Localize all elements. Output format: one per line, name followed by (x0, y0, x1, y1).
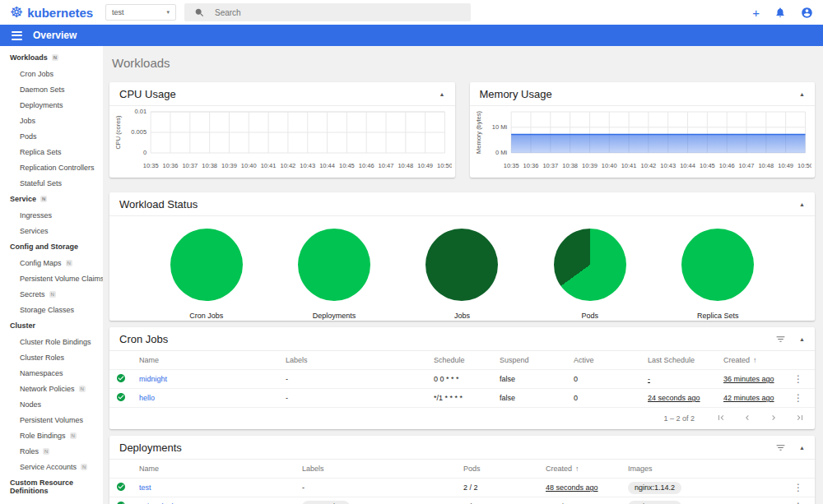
column-header-active[interactable]: Active (574, 356, 648, 364)
relative-time-link[interactable]: 48 seconds ago (546, 483, 628, 492)
namespaced-indicator-icon: N (70, 432, 77, 439)
resource-link[interactable]: hello (139, 394, 286, 402)
namespace-value: test (112, 8, 124, 16)
user-profile-button[interactable] (801, 7, 813, 19)
sidebar-item-pods[interactable]: Pods (0, 128, 103, 144)
sidebar-item-namespaces[interactable]: Namespaces (0, 365, 103, 381)
filter-button[interactable] (775, 334, 786, 344)
namespaced-indicator-icon: N (40, 196, 47, 202)
column-header-labels[interactable]: Labels (286, 356, 434, 364)
column-header-name[interactable]: Name (139, 356, 286, 364)
previous-page-button[interactable] (742, 413, 752, 424)
filter-button[interactable] (775, 442, 786, 453)
sidebar-item-workloads[interactable]: WorkloadsN (0, 49, 103, 66)
sidebar-item-config-and-storage[interactable]: Config and Storage (0, 238, 103, 255)
y-tick-label: 10 Mi (491, 123, 507, 131)
sidebar-item-services[interactable]: Services (0, 223, 103, 238)
y-axis-label: Memory (bytes) (475, 111, 482, 154)
sidebar-item-ingresses[interactable]: Ingresses (0, 207, 103, 223)
resource-link[interactable]: midnight (139, 375, 286, 383)
sidebar-item-cluster-roles[interactable]: Cluster Roles (0, 349, 103, 365)
sidebar-item-role-bindings[interactable]: Role BindingsN (0, 428, 103, 443)
x-tick-label: 10:44 (319, 162, 335, 169)
kubernetes-dashboard: ☸ kubernetes test ▾ + Overview Workloads… (0, 0, 823, 504)
collapse-cpu-card-button[interactable]: ▲ (439, 91, 445, 97)
table-cell: - (286, 375, 434, 383)
y-tick-label: 0 Mi (495, 150, 507, 157)
menu-toggle-button[interactable] (12, 31, 22, 40)
column-header-pods[interactable]: Pods (463, 465, 546, 473)
sidebar-item-stateful-sets[interactable]: Stateful Sets (0, 175, 103, 191)
row-actions-button[interactable]: ⋮ (790, 482, 807, 493)
x-tick-label: 10:35 (503, 162, 518, 169)
kubernetes-logo[interactable]: ☸ kubernetes (10, 5, 100, 20)
collapse-cron-jobs-button[interactable]: ▲ (799, 336, 805, 342)
pie-label: Jobs (454, 312, 470, 320)
sidebar-item-replica-sets[interactable]: Replica Sets (0, 144, 103, 160)
sidebar-item-persistent-volumes[interactable]: Persistent Volumes (0, 412, 103, 428)
namespace-selector[interactable]: test ▾ (105, 4, 176, 21)
x-tick-label: 10:40 (241, 162, 257, 169)
sidebar-item-persistent-volume-claims[interactable]: Persistent Volume ClaimsN (0, 270, 103, 286)
column-header-suspend[interactable]: Suspend (500, 356, 574, 364)
sidebar-item-network-policies[interactable]: Network PoliciesN (0, 381, 103, 396)
page-toolbar-title: Overview (33, 30, 77, 41)
sidebar-item-replication-controllers[interactable]: Replication Controllers (0, 160, 103, 175)
row-actions-button[interactable]: ⋮ (790, 373, 807, 385)
x-tick-label: 10:35 (143, 162, 159, 169)
namespaced-indicator-icon: N (52, 54, 58, 61)
first-page-button[interactable] (716, 413, 726, 424)
status-cell (116, 501, 139, 504)
column-header-created[interactable]: Created↑ (546, 465, 628, 473)
pie-chart-cron-jobs (170, 229, 243, 301)
cron-jobs-card: Cron Jobs ▲ NameLabelsScheduleSuspendAct… (109, 327, 815, 429)
sidebar-item-jobs[interactable]: Jobs (0, 113, 103, 128)
resource-link[interactable]: test (139, 483, 302, 492)
create-resource-button[interactable]: + (752, 7, 760, 19)
sidebar-item-nodes[interactable]: Nodes (0, 396, 103, 412)
relative-time-link[interactable]: - (648, 375, 723, 383)
search-bar[interactable] (184, 3, 471, 21)
usage-charts-row: CPU Usage ▲ CPU (cores)00.0050.0110:3510… (109, 82, 815, 178)
next-page-button[interactable] (769, 413, 779, 424)
x-tick-label: 10:45 (699, 162, 714, 169)
notifications-button[interactable] (774, 7, 786, 18)
pie-chart-jobs (425, 229, 498, 301)
x-tick-label: 10:43 (300, 162, 315, 169)
collapse-deployments-button[interactable]: ▲ (799, 445, 805, 451)
sidebar-item-deployments[interactable]: Deployments (0, 97, 103, 113)
logo-text: kubernetes (27, 6, 93, 20)
last-page-button[interactable] (795, 413, 805, 424)
column-header-name[interactable]: Name (139, 465, 302, 473)
row-actions-button[interactable]: ⋮ (790, 501, 807, 504)
column-header-images[interactable]: Images (628, 465, 790, 473)
sidebar-item-roles[interactable]: RolesN (0, 443, 103, 459)
x-tick-label: 10:37 (182, 162, 198, 169)
sidebar-item-cron-jobs[interactable]: Cron Jobs (0, 66, 103, 81)
memory-usage-title: Memory Usage (480, 88, 552, 100)
status-ok-icon (116, 373, 126, 383)
sidebar-item-storage-classes[interactable]: Storage Classes (0, 302, 103, 317)
page-title: Workloads (112, 56, 815, 70)
relative-time-link[interactable]: 36 minutes ago (723, 375, 790, 383)
sidebar-item-daemon-sets[interactable]: Daemon Sets (0, 81, 103, 97)
search-input[interactable] (215, 8, 461, 17)
row-actions-button[interactable]: ⋮ (790, 392, 807, 404)
column-header-last-schedule[interactable]: Last Schedule (648, 356, 723, 364)
column-header-schedule[interactable]: Schedule (434, 356, 500, 364)
pie-chart-deployments (298, 229, 370, 301)
sidebar-item-cluster[interactable]: Cluster (0, 317, 103, 334)
relative-time-link[interactable]: 24 seconds ago (648, 394, 723, 402)
sidebar-item-service[interactable]: ServiceN (0, 191, 103, 207)
sidebar-item-config-maps[interactable]: Config MapsN (0, 255, 103, 270)
sidebar-item-secrets[interactable]: SecretsN (0, 286, 103, 302)
collapse-memory-card-button[interactable]: ▲ (799, 91, 805, 97)
relative-time-link[interactable]: 42 minutes ago (723, 394, 790, 402)
collapse-status-card-button[interactable]: ▲ (799, 201, 805, 207)
sidebar-item-custom-resource-definitions[interactable]: Custom Resource Definitions (0, 474, 103, 499)
sidebar-item-cluster-role-bindings[interactable]: Cluster Role Bindings (0, 334, 103, 349)
sidebar-item-service-accounts[interactable]: Service AccountsN (0, 459, 103, 474)
column-header-labels[interactable]: Labels (302, 465, 463, 473)
sidebar-item-cluster[interactable]: Cluster (0, 499, 103, 504)
column-header-created[interactable]: Created↑ (723, 356, 790, 364)
